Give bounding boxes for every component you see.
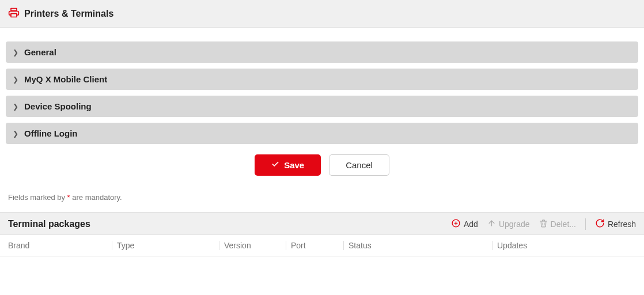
settings-panels: ❯ General ❯ MyQ X Mobile Client ❯ Device… <box>0 28 644 193</box>
svg-rect-0 <box>11 9 17 11</box>
svg-rect-1 <box>11 14 17 17</box>
refresh-label: Refresh <box>608 220 636 229</box>
terminal-packages-header: Terminal packages Add Upgrade <box>0 212 644 235</box>
note-prefix: Fields marked by <box>8 193 67 202</box>
panel-title: Offline Login <box>24 128 77 138</box>
upgrade-button[interactable]: Upgrade <box>487 219 530 229</box>
mandatory-note: Fields marked by * are mandatory. <box>0 193 644 212</box>
delete-label: Delet... <box>551 220 576 229</box>
table-header: Brand Type Version Port Status Updates <box>0 235 644 256</box>
save-label: Save <box>284 160 304 170</box>
toolbar: Add Upgrade Delet... <box>451 218 636 230</box>
chevron-right-icon: ❯ <box>13 75 18 84</box>
chevron-right-icon: ❯ <box>13 103 18 111</box>
chevron-right-icon: ❯ <box>13 130 18 138</box>
trash-icon <box>539 219 548 229</box>
col-updates[interactable]: Updates <box>492 241 636 250</box>
printer-icon <box>8 7 20 20</box>
add-button[interactable]: Add <box>451 218 478 230</box>
note-suffix: are mandatory. <box>70 193 122 202</box>
panel-mobile-client[interactable]: ❯ MyQ X Mobile Client <box>6 69 638 90</box>
page-title: Printers & Terminals <box>24 9 113 19</box>
refresh-icon <box>595 218 605 230</box>
section-title: Terminal packages <box>8 219 90 229</box>
panel-general[interactable]: ❯ General <box>6 41 638 63</box>
chevron-right-icon: ❯ <box>13 48 18 56</box>
delete-button[interactable]: Delet... <box>539 219 576 229</box>
add-label: Add <box>464 220 478 229</box>
panel-title: Device Spooling <box>24 101 92 111</box>
panel-title: General <box>24 47 56 57</box>
cancel-label: Cancel <box>346 160 373 170</box>
col-type[interactable]: Type <box>112 241 219 250</box>
col-port[interactable]: Port <box>286 241 343 250</box>
col-status[interactable]: Status <box>343 241 492 250</box>
plus-circle-icon <box>451 218 461 230</box>
form-actions: Save Cancel <box>6 154 638 176</box>
check-icon <box>271 160 279 170</box>
panel-device-spooling[interactable]: ❯ Device Spooling <box>6 96 638 117</box>
col-brand[interactable]: Brand <box>8 241 112 250</box>
save-button[interactable]: Save <box>255 154 321 176</box>
col-version[interactable]: Version <box>219 241 286 250</box>
page-header: Printers & Terminals <box>0 0 644 28</box>
panel-title: MyQ X Mobile Client <box>24 74 107 84</box>
refresh-button[interactable]: Refresh <box>595 218 636 230</box>
toolbar-divider <box>585 218 586 230</box>
upgrade-label: Upgrade <box>499 220 530 229</box>
panel-offline-login[interactable]: ❯ Offline Login <box>6 123 638 144</box>
arrow-up-icon <box>487 219 496 229</box>
cancel-button[interactable]: Cancel <box>329 154 389 176</box>
